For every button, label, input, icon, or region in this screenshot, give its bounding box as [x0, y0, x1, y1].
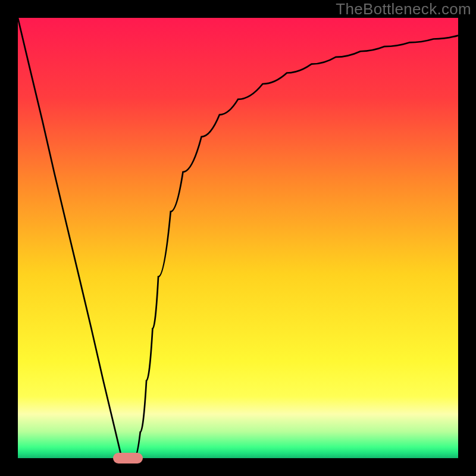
trough-marker [113, 453, 143, 464]
watermark-text: TheBottleneck.com [336, 0, 471, 18]
chart-frame: TheBottleneck.com [0, 0, 476, 476]
chart-svg [0, 0, 476, 476]
plot-background [18, 18, 458, 458]
